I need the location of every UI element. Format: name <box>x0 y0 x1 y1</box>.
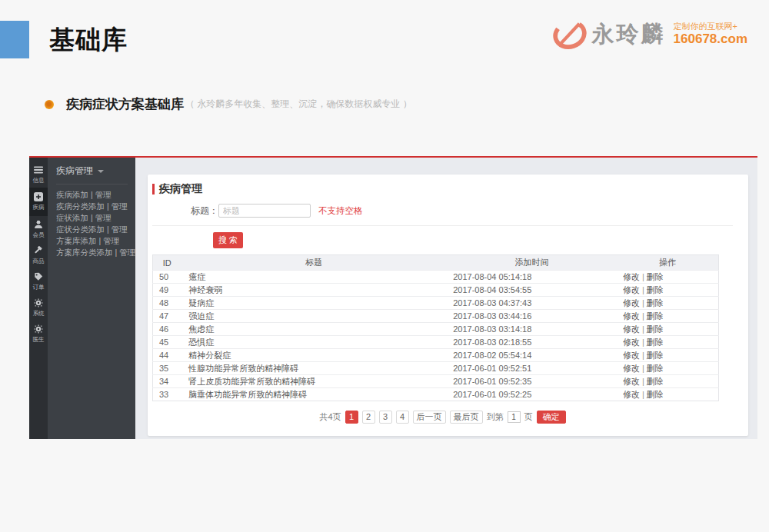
search-form: 标题： 不支持空格 <box>152 204 733 218</box>
gear-icon <box>34 298 43 308</box>
delete-link[interactable]: 删除 <box>647 298 664 308</box>
cell-actions: 修改|删除 <box>617 375 719 388</box>
search-button[interactable]: 搜 索 <box>213 232 243 248</box>
delete-link[interactable]: 删除 <box>647 337 664 347</box>
table-row: 50癔症2017-08-04 05:14:18修改|删除 <box>153 271 719 284</box>
sidebar-item-label: 系统 <box>32 309 44 317</box>
confirm-button[interactable]: 确定 <box>537 411 566 424</box>
cell-title: 焦虑症 <box>181 323 447 336</box>
cell-actions: 修改|删除 <box>617 271 719 284</box>
edit-link[interactable]: 修改 <box>623 298 640 308</box>
section-title: 疾病症状方案基础库 <box>66 95 184 113</box>
cell-title: 精神分裂症 <box>181 349 447 362</box>
cell-id: 49 <box>153 284 181 297</box>
sidebar-item-label: 疾病 <box>32 203 44 211</box>
sidebar-rail: 信息疾病会员商品订单系统医生 <box>29 158 48 439</box>
search-label: 标题： <box>191 204 218 218</box>
sidebar-item-label: 订单 <box>32 283 44 291</box>
submenu-item[interactable]: 方案库添加 | 管理 <box>56 236 128 245</box>
submenu-item[interactable]: 症状添加 | 管理 <box>56 213 128 222</box>
edit-link[interactable]: 修改 <box>623 377 640 386</box>
cell-id: 48 <box>153 297 181 310</box>
hammer-icon <box>34 246 43 255</box>
cell-actions: 修改|删除 <box>617 336 719 349</box>
cell-id: 33 <box>153 388 181 401</box>
edit-link[interactable]: 修改 <box>623 351 640 360</box>
col-header-title: 标题 <box>181 255 447 271</box>
action-separator: | <box>642 272 644 281</box>
search-hint: 不支持空格 <box>318 205 363 217</box>
sidebar-item-info[interactable]: 信息 <box>29 161 48 188</box>
title-accent-bar <box>152 184 155 195</box>
sidebar-item-doctor[interactable]: 医生 <box>29 321 48 347</box>
edit-link[interactable]: 修改 <box>623 311 640 321</box>
divider <box>152 225 733 226</box>
goto-page-input[interactable] <box>508 411 521 423</box>
brand-tagline: 定制你的互联网+ <box>674 22 747 32</box>
cell-time: 2017-08-03 03:14:18 <box>447 323 617 336</box>
brand-logo-icon <box>552 18 588 51</box>
col-header-ops: 操作 <box>617 255 719 271</box>
cell-actions: 修改|删除 <box>617 310 719 323</box>
cell-actions: 修改|删除 <box>617 362 719 375</box>
submenu-item[interactable]: 疾病添加 | 管理 <box>56 190 128 199</box>
cell-actions: 修改|删除 <box>617 284 719 297</box>
sidebar-item-disease[interactable]: 疾病 <box>29 188 48 216</box>
cell-title: 癔症 <box>181 271 447 284</box>
delete-link[interactable]: 删除 <box>647 272 664 281</box>
page-button-4[interactable]: 4 <box>396 411 409 424</box>
sidebar-item-order[interactable]: 订单 <box>29 268 48 294</box>
table-row: 46焦虑症2017-08-03 03:14:18修改|删除 <box>153 323 719 336</box>
sidebar-item-label: 商品 <box>32 257 44 264</box>
delete-link[interactable]: 删除 <box>647 311 664 321</box>
delete-link[interactable]: 删除 <box>647 364 664 373</box>
card-title-row: 疾病管理 <box>152 182 733 196</box>
cell-time: 2017-08-04 05:14:18 <box>447 271 617 284</box>
sidebar-item-system[interactable]: 系统 <box>29 294 48 321</box>
search-input[interactable] <box>218 204 311 218</box>
cell-id: 34 <box>153 375 181 388</box>
sidebar-item-member[interactable]: 会员 <box>29 216 48 242</box>
sidebar-item-product[interactable]: 商品 <box>29 242 48 268</box>
cell-time: 2017-08-04 03:54:55 <box>447 284 617 297</box>
chevron-down-icon <box>98 170 104 173</box>
brand-domain: 160678.com <box>674 32 747 47</box>
page-button-2[interactable]: 2 <box>362 411 375 424</box>
user-icon <box>34 220 43 229</box>
cell-time: 2017-08-03 04:37:43 <box>447 297 617 310</box>
cell-actions: 修改|删除 <box>617 297 719 310</box>
delete-link[interactable]: 删除 <box>647 377 664 386</box>
submenu-item[interactable]: 症状分类添加 | 管理 <box>56 224 128 234</box>
action-separator: | <box>642 377 644 386</box>
page-button-1[interactable]: 1 <box>345 411 358 424</box>
accent-square <box>0 21 29 58</box>
delete-link[interactable]: 删除 <box>647 324 664 334</box>
edit-link[interactable]: 修改 <box>623 272 640 281</box>
edit-link[interactable]: 修改 <box>623 364 640 373</box>
action-separator: | <box>642 285 644 294</box>
section-heading: 疾病症状方案基础库 （ 永玲麟多年收集、整理、沉淀，确保数据权威专业 ） <box>45 95 412 113</box>
delete-link[interactable]: 删除 <box>647 351 664 360</box>
last-page-button[interactable]: 最后页 <box>450 411 483 424</box>
submenu-header[interactable]: 疾病管理 <box>56 165 128 178</box>
edit-link[interactable]: 修改 <box>623 390 640 399</box>
cell-time: 2017-06-01 09:52:51 <box>447 362 617 375</box>
brand-logo: 永玲麟 定制你的互联网+ 160678.com <box>552 18 747 51</box>
cell-time: 2017-08-03 02:18:55 <box>447 336 617 349</box>
goto-prefix: 到第 <box>487 411 504 423</box>
edit-link[interactable]: 修改 <box>623 285 640 294</box>
submenu-item[interactable]: 方案库分类添加 | 管理 <box>56 248 128 257</box>
next-page-button[interactable]: 后一页 <box>413 411 446 424</box>
gear-icon <box>34 324 43 334</box>
page-button-3[interactable]: 3 <box>379 411 392 424</box>
disease-table: ID 标题 添加时间 操作 50癔症2017-08-04 05:14:18修改|… <box>152 254 719 401</box>
delete-link[interactable]: 删除 <box>647 285 664 294</box>
pagination-total: 共4页 <box>319 411 341 423</box>
edit-link[interactable]: 修改 <box>623 337 640 347</box>
edit-link[interactable]: 修改 <box>623 324 640 334</box>
submenu-item[interactable]: 疾病分类添加 | 管理 <box>56 201 128 211</box>
delete-link[interactable]: 删除 <box>647 390 664 399</box>
table-header-row: ID 标题 添加时间 操作 <box>153 255 719 271</box>
cell-title: 脑垂体功能异常所致的精神障碍 <box>181 388 447 401</box>
submenu-list: 疾病添加 | 管理疾病分类添加 | 管理症状添加 | 管理症状分类添加 | 管理… <box>56 190 128 257</box>
